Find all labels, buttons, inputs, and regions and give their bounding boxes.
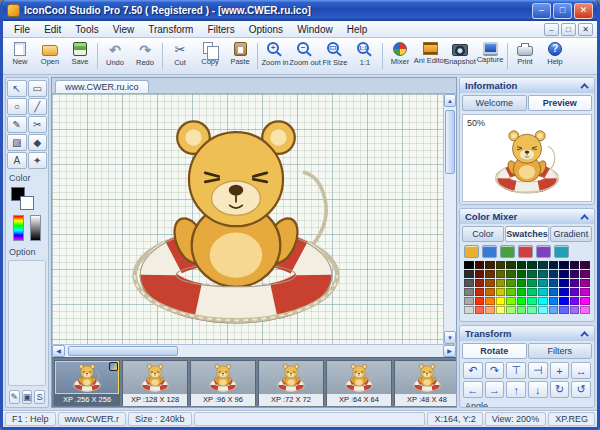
palette-swatch[interactable] [549,288,559,296]
toolbar-help-button[interactable]: ?Help [540,39,570,73]
palette-swatch[interactable] [527,270,537,278]
menu-item-edit[interactable]: Edit [37,23,68,36]
menu-item-options[interactable]: Options [242,23,290,36]
palette-swatch[interactable] [496,270,506,278]
palette-swatch[interactable] [464,288,474,296]
menu-item-tools[interactable]: Tools [68,23,105,36]
close-button[interactable]: ✕ [574,3,593,19]
transform-rotate-right-button[interactable]: ↷ [485,362,505,379]
palette-swatch[interactable] [570,288,580,296]
vertical-scroll-thumb[interactable] [445,110,455,174]
palette-swatch[interactable] [496,261,506,269]
palette-swatch[interactable] [485,270,495,278]
palette-swatch[interactable] [559,288,569,296]
scroll-left-icon[interactable]: ◀ [52,345,65,357]
menu-item-file[interactable]: File [7,23,37,36]
palette-swatch[interactable] [580,306,590,314]
palette-swatch[interactable] [570,297,580,305]
palette-swatch[interactable] [506,306,516,314]
palette-swatch[interactable] [570,279,580,287]
palette-swatch[interactable] [549,297,559,305]
icon-size-thumbnail[interactable]: XP :72 X 72 [258,360,324,405]
mdi-close-button[interactable]: ✕ [578,23,593,36]
palette-swatch[interactable] [496,306,506,314]
toolbar-fit-size-button[interactable]: ▭Fit Size [320,39,350,73]
palette-swatch[interactable] [549,306,559,314]
maximize-button[interactable]: □ [553,3,572,19]
hue-bar[interactable] [13,215,24,241]
palette-swatch[interactable] [506,270,516,278]
palette-swatch[interactable] [506,297,516,305]
palette-swatch[interactable] [517,279,527,287]
tool-smooth-button[interactable]: S [34,390,45,404]
palette-swatch[interactable] [475,270,485,278]
palette-swatch[interactable] [475,297,485,305]
tool-fill-button[interactable]: ◆ [28,134,48,151]
document-tab[interactable]: www.CWER.ru.ico [55,80,149,93]
toolbar-zoom-out-button[interactable]: −Zoom out [290,39,320,73]
toolbar-print-button[interactable]: Print [510,39,540,73]
editing-canvas[interactable] [52,94,443,344]
palette-swatch[interactable] [549,279,559,287]
menu-item-help[interactable]: Help [340,23,375,36]
tool-pencil-button[interactable]: ✎ [7,116,27,133]
palette-swatch[interactable] [517,297,527,305]
palette-swatch[interactable] [475,306,485,314]
horizontal-scroll-track[interactable] [65,345,443,357]
palette-swatch[interactable] [464,279,474,287]
palette-swatch[interactable] [485,288,495,296]
tab-preview[interactable]: Preview [528,95,593,111]
color-mixer-header[interactable]: Color Mixer [460,209,594,224]
palette-swatch[interactable] [570,270,580,278]
menu-item-window[interactable]: Window [290,23,340,36]
collapse-chevron-icon[interactable] [580,83,588,91]
palette-swatch[interactable] [559,297,569,305]
palette-swatch[interactable] [559,279,569,287]
palette-swatch[interactable] [496,279,506,287]
tab-gradient[interactable]: Gradient [550,226,592,242]
grayscale-bar[interactable] [30,215,41,241]
palette-swatch[interactable] [580,279,590,287]
palette-swatch[interactable] [559,270,569,278]
palette-swatch[interactable] [538,279,548,287]
palette-swatch[interactable] [527,261,537,269]
transform-stretch-button[interactable]: ↔ [571,362,591,379]
palette-swatch[interactable] [485,261,495,269]
icon-size-thumbnail[interactable]: XP :64 X 64 [326,360,392,405]
toolbar-snapshot-button[interactable]: Snapshot [445,39,475,73]
palette-swatch[interactable] [527,279,537,287]
palette-swatch[interactable] [517,306,527,314]
transform-rotate-ccw-button[interactable]: ↺ [571,381,591,398]
palette-swatch[interactable] [538,288,548,296]
palette-swatch[interactable] [506,261,516,269]
transform-header[interactable]: Transform [460,326,594,341]
palette-swatch[interactable] [517,261,527,269]
palette-swatch[interactable] [527,288,537,296]
palette-swatch[interactable] [580,297,590,305]
open-palette-icon[interactable] [482,245,497,258]
mdi-minimize-button[interactable]: – [544,23,559,36]
toolbar-zoom-in-button[interactable]: +Zoom in [260,39,290,73]
transform-shift-left-button[interactable]: ← [463,381,483,398]
tool-pen-button[interactable]: ✎ [9,390,20,404]
palette-swatch[interactable] [538,297,548,305]
palette-swatch[interactable] [538,306,548,314]
transform-shift-up-button[interactable]: ↑ [506,381,526,398]
palette-swatch[interactable] [485,306,495,314]
palette-swatch[interactable] [475,279,485,287]
tool-picker-button[interactable]: ✦ [28,152,48,169]
palette-swatch[interactable] [517,288,527,296]
toolbar-one-to-one-button[interactable]: 1:11:1 [350,39,380,73]
menu-item-view[interactable]: View [106,23,142,36]
icon-size-thumbnail[interactable]: XP :96 X 96 [190,360,256,405]
scroll-up-icon[interactable]: ▲ [444,94,456,107]
menu-item-transform[interactable]: Transform [141,23,200,36]
horizontal-scroll-thumb[interactable] [68,346,178,356]
icon-size-thumbnail[interactable]: XP .256 X 256 [54,360,120,405]
toolbar-new-button[interactable]: New [5,39,35,73]
collapse-chevron-icon[interactable] [580,331,588,339]
palette-swatch[interactable] [559,261,569,269]
palette-swatch[interactable] [580,261,590,269]
toolbar-redo-button[interactable]: ↷Redo [130,39,160,73]
tool-eraser-button[interactable]: ▨ [7,134,27,151]
